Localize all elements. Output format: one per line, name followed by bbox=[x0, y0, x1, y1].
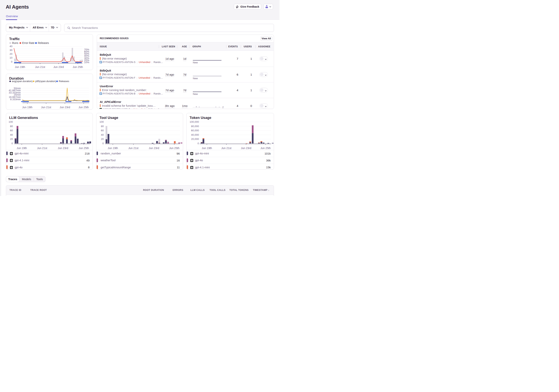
svg-text:100: 100 bbox=[100, 120, 104, 123]
svg-text:20: 20 bbox=[101, 137, 104, 140]
svg-text:10%: 10% bbox=[84, 61, 89, 64]
svg-text:Jun 23rd: Jun 23rd bbox=[58, 146, 68, 150]
svg-text:40,000: 40,000 bbox=[191, 133, 199, 136]
svg-text:Jun 25th: Jun 25th bbox=[79, 146, 89, 150]
svg-text:Jun 23rd: Jun 23rd bbox=[149, 146, 159, 150]
svg-text:Jun 21st: Jun 21st bbox=[35, 65, 45, 69]
svg-text:20: 20 bbox=[10, 137, 13, 140]
svg-text:80: 80 bbox=[10, 125, 13, 128]
svg-text:0: 0 bbox=[102, 142, 104, 145]
svg-text:60: 60 bbox=[10, 129, 13, 132]
svg-text:Jun 25th: Jun 25th bbox=[78, 106, 89, 109]
svg-text:100,000: 100,000 bbox=[190, 120, 199, 123]
svg-text:60,000: 60,000 bbox=[191, 129, 199, 132]
svg-text:80,000: 80,000 bbox=[191, 125, 199, 128]
svg-text:40: 40 bbox=[10, 133, 13, 136]
svg-text:Jun 25th: Jun 25th bbox=[261, 146, 271, 150]
svg-text:Jun 21st: Jun 21st bbox=[41, 106, 51, 109]
svg-text:0: 0 bbox=[11, 60, 12, 63]
svg-text:Jun 23rd: Jun 23rd bbox=[54, 65, 64, 69]
svg-text:Jun 19th: Jun 19th bbox=[22, 106, 32, 109]
svg-text:Jun 25th: Jun 25th bbox=[169, 146, 179, 150]
svg-text:Jun 21st: Jun 21st bbox=[128, 146, 139, 150]
svg-text:Jun 23rd: Jun 23rd bbox=[241, 146, 251, 150]
svg-text:Jun 25th: Jun 25th bbox=[73, 65, 83, 69]
svg-text:Jun 21st: Jun 21st bbox=[37, 146, 47, 150]
svg-text:40: 40 bbox=[9, 45, 12, 48]
svg-text:Jun 21st: Jun 21st bbox=[221, 146, 231, 150]
svg-text:0: 0 bbox=[197, 142, 199, 145]
svg-text:Jun 19th: Jun 19th bbox=[17, 146, 27, 150]
svg-text:40: 40 bbox=[101, 133, 104, 136]
svg-text:80: 80 bbox=[101, 125, 104, 128]
svg-text:Jun 19th: Jun 19th bbox=[108, 146, 118, 150]
svg-text:60: 60 bbox=[101, 129, 104, 132]
svg-text:8.333min: 8.333min bbox=[10, 98, 21, 101]
svg-text:20,000: 20,000 bbox=[191, 137, 199, 140]
svg-text:Jun 19th: Jun 19th bbox=[202, 146, 212, 150]
svg-text:Jun 19th: Jun 19th bbox=[15, 65, 25, 69]
svg-text:30: 30 bbox=[9, 49, 12, 52]
svg-text:Jun 23rd: Jun 23rd bbox=[60, 106, 70, 109]
svg-text:100: 100 bbox=[9, 120, 13, 123]
svg-text:10: 10 bbox=[9, 56, 12, 59]
svg-text:20: 20 bbox=[9, 53, 12, 55]
svg-text:0: 0 bbox=[11, 142, 13, 145]
